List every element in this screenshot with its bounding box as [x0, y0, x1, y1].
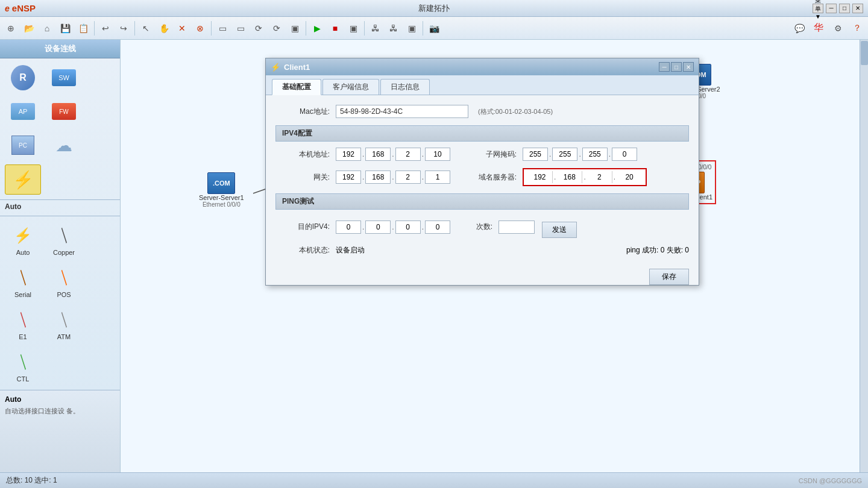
toolbar-huawei[interactable]: 华 [810, 20, 827, 37]
save-btn[interactable]: 保存 [649, 269, 689, 285]
count-input[interactable] [498, 221, 535, 234]
gateway-3[interactable] [425, 170, 450, 184]
dialog-maximize-btn[interactable]: □ [671, 62, 682, 72]
canvas-scrollbar[interactable] [860, 40, 868, 472]
toolbar-help[interactable]: ？ [849, 20, 866, 37]
gateway-0[interactable] [336, 170, 361, 184]
gateway-1[interactable] [365, 170, 391, 184]
toolbar-delete[interactable]: ✕ [174, 20, 190, 37]
conn-atm-icon: ╱ [47, 303, 81, 337]
conn-ctl[interactable]: ╱ CTL [5, 348, 41, 385]
device-router[interactable]: R [5, 63, 41, 92]
toolbar-new[interactable]: ⊕ [2, 20, 19, 37]
menu-btn[interactable]: 菜 单▼ [813, 4, 823, 13]
local-ip-3[interactable] [425, 148, 450, 161]
dns-0[interactable] [527, 171, 553, 183]
send-btn[interactable]: 发送 [542, 222, 577, 238]
device-pc[interactable]: PC [5, 131, 41, 160]
minimize-btn[interactable]: ─ [826, 4, 837, 13]
conn-copper-icon: ╱ [47, 219, 81, 253]
conn-serial[interactable]: ╱ Serial [5, 263, 41, 301]
mac-row: Mac地址: (格式:00-01-02-03-04-05) [275, 105, 689, 118]
canvas-area[interactable]: 🌐 AR2220-AR2 .COM Server-Server1 Etherne… [121, 40, 868, 472]
toolbar-rect[interactable]: ▭ [214, 20, 231, 37]
toolbar-msg[interactable]: 💬 [791, 20, 808, 37]
device-auto[interactable]: ⚡ [5, 164, 41, 195]
toolbar-open[interactable]: 📂 [20, 20, 37, 37]
toolbar-undo[interactable]: ↩ [97, 20, 114, 37]
gateway-dns-row: 网关: . . . 域名服务器: . [275, 168, 689, 186]
scroll-thumb[interactable] [861, 41, 868, 65]
subnet-3[interactable] [612, 148, 637, 161]
toolbar-grid[interactable]: ▣ [286, 20, 303, 37]
tab-log[interactable]: 日志信息 [380, 79, 430, 95]
device-switch[interactable]: SW [46, 63, 82, 92]
conn-pos-icon: ╱ [47, 261, 81, 295]
conn-e1[interactable]: ╱ E1 [5, 305, 41, 343]
toolbar-sep5 [364, 21, 365, 36]
conn-serial-icon: ╱ [6, 261, 40, 295]
toolbar-network1[interactable]: 🖧 [367, 20, 384, 37]
toolbar-link2[interactable]: ⟳ [268, 20, 285, 37]
subnet-0[interactable] [523, 148, 548, 161]
conn-atm[interactable]: ╱ ATM [46, 305, 82, 343]
toolbar-rect2[interactable]: ▭ [232, 20, 249, 37]
gateway-label: 网关: [275, 172, 330, 183]
dest-ip-1[interactable] [365, 221, 391, 234]
toolbar-save[interactable]: 💾 [57, 20, 74, 37]
conn-copper[interactable]: ╱ Copper [46, 221, 82, 258]
dest-ip-3[interactable] [425, 221, 450, 234]
tab-basic-config[interactable]: 基础配置 [272, 79, 321, 95]
toolbar-network2[interactable]: 🖧 [385, 20, 402, 37]
dns-3[interactable] [617, 171, 642, 183]
toolbar-camera[interactable]: 📷 [426, 20, 442, 37]
toolbar-home[interactable]: ⌂ [39, 20, 55, 37]
device-wireless[interactable]: AP [5, 97, 41, 126]
tab-client-info[interactable]: 客户端信息 [322, 79, 379, 95]
dest-ip-0[interactable] [336, 221, 361, 234]
toolbar-copy[interactable]: 📋 [75, 20, 92, 37]
auto-desc-section: Auto 自动选择接口连接设 备。 [0, 390, 120, 472]
sidebar-title: 设备连线 [0, 40, 120, 58]
toolbar-start[interactable]: ▶ [309, 20, 326, 37]
mac-input[interactable] [336, 105, 468, 118]
toolbar-stop[interactable]: ⊗ [192, 20, 209, 37]
local-ip-0[interactable] [336, 148, 361, 161]
toolbar-monitor[interactable]: ▣ [345, 20, 362, 37]
status-watermark: CSDN @GGGGGGG [799, 477, 862, 484]
cloud-icon: ☁ [52, 133, 76, 157]
conn-auto[interactable]: ⚡ Auto [5, 221, 41, 258]
dest-ip-2[interactable] [395, 221, 421, 234]
status-total: 总数: 10 选中: 1 [6, 475, 57, 486]
toolbar-redo[interactable]: ↪ [115, 20, 132, 37]
close-btn[interactable]: ✕ [852, 4, 863, 13]
subnet-1[interactable] [552, 148, 577, 161]
dialog-minimize-btn[interactable]: ─ [659, 62, 670, 72]
toolbar-stopp[interactable]: ■ [327, 20, 344, 37]
conn-ctl-icon: ╱ [6, 345, 40, 380]
dialog-body: Mac地址: (格式:00-01-02-03-04-05) IPV4配置 本机地… [266, 95, 699, 272]
toolbar-settings[interactable]: ⚙ [829, 20, 846, 37]
dest-ip-group: . . . [336, 221, 450, 234]
dialog-tabs: 基础配置 客户端信息 日志信息 [266, 75, 699, 95]
subnet-2[interactable] [582, 148, 608, 161]
conn-pos[interactable]: ╱ POS [46, 263, 82, 301]
node-server1[interactable]: .COM Server-Server1 Ethernet 0/0/0 [199, 172, 244, 208]
dns-2[interactable] [587, 171, 612, 183]
toolbar-pan[interactable]: ✋ [156, 20, 172, 37]
maximize-btn[interactable]: □ [839, 4, 850, 13]
local-ip-2[interactable] [395, 148, 421, 161]
dialog-titlebar[interactable]: ⚡ Client1 ─ □ ✕ [266, 58, 699, 75]
device-firewall[interactable]: FW [46, 97, 82, 126]
toolbar-link[interactable]: ⟳ [250, 20, 267, 37]
local-ip-1[interactable] [365, 148, 391, 161]
toolbar-select[interactable]: ↖ [137, 20, 154, 37]
local-ip-row: 本机地址: . . . 子网掩码: . [275, 148, 689, 161]
pc-icon: PC [11, 133, 35, 157]
dns-1[interactable] [557, 171, 582, 183]
dialog-close-btn[interactable]: ✕ [683, 62, 694, 72]
device-cloud[interactable]: ☁ [46, 131, 82, 160]
toolbar-capture[interactable]: ▣ [403, 20, 420, 37]
gateway-2[interactable] [395, 170, 421, 184]
status-bar: 总数: 10 选中: 1 CSDN @GGGGGGG [0, 472, 868, 488]
